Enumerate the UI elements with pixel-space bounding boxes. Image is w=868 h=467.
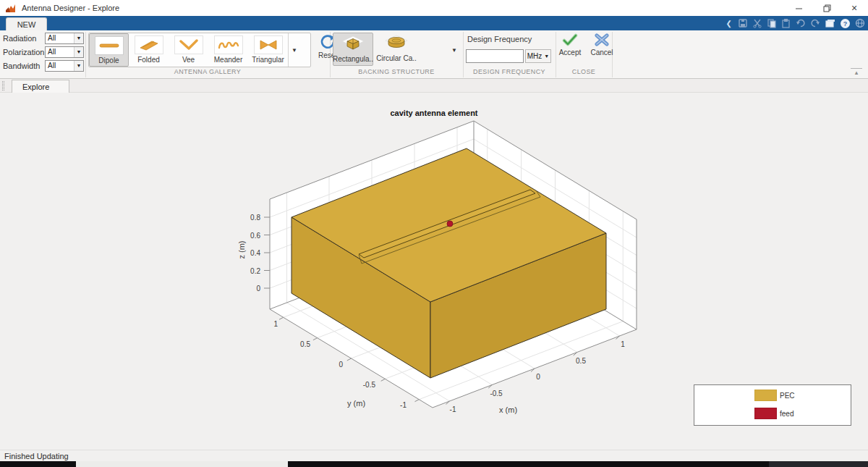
bandwidth-value: All bbox=[48, 62, 56, 70]
design-frequency-label: Design Frequency bbox=[467, 35, 554, 43]
gallery-item-label: Meander bbox=[214, 56, 242, 64]
meander-icon bbox=[214, 35, 243, 54]
restore-button[interactable] bbox=[813, 0, 841, 16]
gallery-item-label: Folded bbox=[137, 56, 160, 64]
design-frequency-input[interactable] bbox=[466, 49, 524, 63]
cancel-x-icon bbox=[595, 33, 609, 46]
plot-legend[interactable]: PEC feed bbox=[694, 384, 851, 426]
radiation-select[interactable]: All▼ bbox=[45, 33, 84, 44]
design-frequency-section: Design Frequency MHz▼ bbox=[466, 33, 554, 63]
chevron-down-icon: ▼ bbox=[74, 47, 83, 57]
x-axis-label: x (m) bbox=[499, 405, 517, 414]
legend-item-pec: PEC bbox=[694, 387, 851, 403]
tab-explore[interactable]: Explore bbox=[12, 80, 69, 93]
svg-text:0.5: 0.5 bbox=[576, 357, 586, 365]
help-icon[interactable]: ? bbox=[840, 18, 851, 29]
frequency-unit-value: MHz bbox=[527, 52, 542, 60]
backing-item-rectangular[interactable]: Rectangula.. bbox=[333, 33, 373, 66]
chevron-left-icon[interactable]: ❮ bbox=[726, 20, 732, 28]
svg-text:-0.5: -0.5 bbox=[363, 381, 376, 389]
accept-button[interactable]: Accept bbox=[557, 33, 583, 56]
y-axis-label: y (m) bbox=[347, 399, 365, 408]
rectangular-cavity-icon bbox=[337, 35, 369, 55]
polarization-label: Polarization bbox=[3, 48, 45, 56]
radiation-value: All bbox=[48, 34, 56, 42]
accept-label: Accept bbox=[559, 49, 582, 56]
backing-item-circular[interactable]: Circular Ca.. bbox=[376, 33, 417, 66]
legend-label: PEC bbox=[780, 392, 795, 400]
close-section-label: CLOSE bbox=[556, 68, 612, 77]
accept-check-icon bbox=[562, 33, 578, 46]
svg-text:0.2: 0.2 bbox=[250, 267, 260, 275]
cancel-label: Cancel bbox=[590, 49, 613, 56]
ribbon-tab-strip: NEW ❮ ? bbox=[0, 16, 868, 30]
gallery-item-vee[interactable]: Vee bbox=[169, 33, 208, 67]
undo-icon[interactable] bbox=[796, 18, 806, 28]
design-frequency-section-label: DESIGN FREQUENCY bbox=[463, 68, 556, 77]
feed-color-swatch bbox=[754, 408, 777, 419]
gallery-item-label: Triangular bbox=[252, 56, 284, 64]
collapse-ribbon-icon[interactable]: ▴ bbox=[851, 68, 862, 77]
drag-grip[interactable] bbox=[2, 81, 4, 91]
close-window-button[interactable]: × bbox=[841, 0, 868, 16]
tab-new[interactable]: NEW bbox=[6, 17, 47, 30]
backing-item-label: Circular Ca.. bbox=[376, 54, 417, 62]
folded-dipole-icon bbox=[135, 35, 163, 54]
status-text: Finished Updating bbox=[4, 452, 69, 460]
chevron-down-icon: ▼ bbox=[74, 33, 83, 43]
svg-text:?: ? bbox=[843, 20, 848, 28]
dipole-icon bbox=[95, 36, 124, 55]
taskbar-segment bbox=[76, 461, 288, 467]
gallery-item-label: Dipole bbox=[98, 56, 119, 64]
save-icon[interactable] bbox=[738, 18, 748, 28]
feed-point bbox=[447, 221, 453, 227]
svg-text:0.6: 0.6 bbox=[250, 232, 260, 240]
antenna-gallery: Dipole Folded Vee Meander Triangular ▼ bbox=[88, 33, 311, 67]
circular-cavity-icon bbox=[380, 34, 412, 54]
gallery-item-label: Vee bbox=[182, 56, 195, 64]
triangular-bowtie-icon bbox=[254, 35, 283, 54]
backing-structure-section-label: BACKING STRUCTURE bbox=[330, 68, 463, 77]
bandwidth-select[interactable]: All▼ bbox=[45, 60, 84, 72]
backing-item-label: Rectangula.. bbox=[333, 55, 373, 63]
document-tab-bar: Explore bbox=[0, 79, 868, 93]
community-icon[interactable] bbox=[855, 18, 865, 28]
taskbar-segment bbox=[769, 461, 868, 467]
svg-text:-1: -1 bbox=[400, 401, 407, 409]
cancel-button[interactable]: Cancel bbox=[589, 33, 615, 56]
svg-text:-1: -1 bbox=[450, 405, 456, 413]
frequency-unit-select[interactable]: MHz▼ bbox=[525, 49, 551, 63]
paste-icon[interactable] bbox=[781, 18, 791, 28]
title-bar: Antenna Designer - Explore × bbox=[0, 0, 868, 16]
svg-text:0: 0 bbox=[536, 373, 540, 381]
legend-item-feed: feed bbox=[694, 405, 851, 421]
svg-text:1: 1 bbox=[273, 320, 278, 328]
polarization-value: All bbox=[48, 48, 56, 56]
taskbar-edge bbox=[0, 461, 868, 467]
status-bar: Finished Updating bbox=[0, 450, 868, 461]
windows-icon[interactable] bbox=[825, 18, 835, 28]
gallery-item-dipole[interactable]: Dipole bbox=[89, 33, 129, 67]
matlab-logo-icon bbox=[6, 4, 17, 13]
svg-text:0: 0 bbox=[256, 285, 260, 293]
vee-icon bbox=[174, 35, 203, 54]
svg-text:0.4: 0.4 bbox=[250, 249, 260, 257]
gallery-item-folded[interactable]: Folded bbox=[129, 33, 169, 67]
chevron-down-icon: ▼ bbox=[544, 54, 549, 59]
svg-text:0: 0 bbox=[339, 361, 343, 369]
quick-access-toolbar: ❮ ? bbox=[726, 17, 865, 30]
polarization-select[interactable]: All▼ bbox=[45, 46, 84, 58]
svg-text:-0.5: -0.5 bbox=[490, 390, 503, 397]
bandwidth-label: Bandwidth bbox=[3, 62, 45, 70]
cut-icon[interactable] bbox=[752, 18, 762, 28]
redo-icon[interactable] bbox=[810, 18, 820, 28]
gallery-dropdown-button[interactable]: ▼ bbox=[288, 33, 300, 67]
ribbon-toolstrip: Radiation All▼ Polarization All▼ Bandwid… bbox=[0, 30, 868, 79]
svg-text:1: 1 bbox=[621, 340, 625, 348]
copy-icon[interactable] bbox=[767, 18, 777, 28]
gallery-item-triangular[interactable]: Triangular bbox=[248, 33, 288, 67]
gallery-item-meander[interactable]: Meander bbox=[208, 33, 248, 67]
backing-dropdown-button[interactable]: ▼ bbox=[448, 34, 460, 66]
minimize-button[interactable] bbox=[786, 0, 813, 16]
svg-text:0.8: 0.8 bbox=[250, 214, 260, 222]
